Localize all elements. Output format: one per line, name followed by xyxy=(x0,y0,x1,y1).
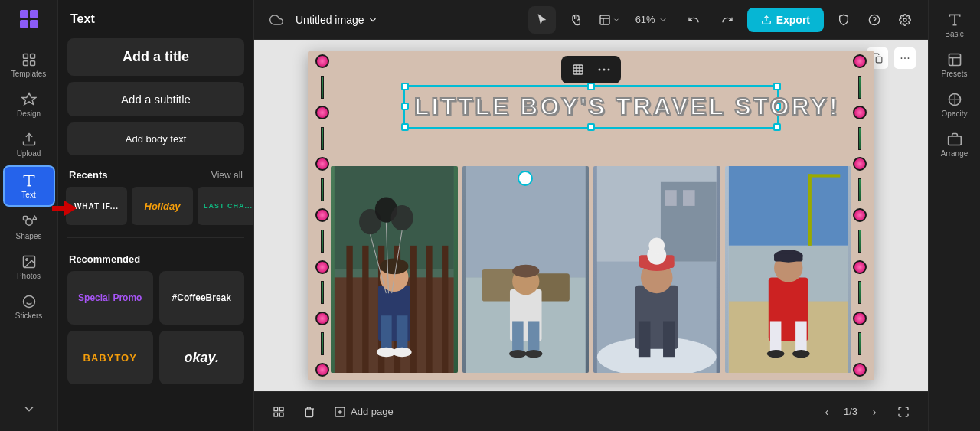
shield-button[interactable] xyxy=(830,6,858,34)
pointer-tool-button[interactable] xyxy=(528,6,556,34)
deco-dot xyxy=(853,157,867,171)
resize-handle-lm[interactable] xyxy=(401,103,409,110)
recents-row: WHAT IF... Holiday LAST CHA... xyxy=(58,187,253,233)
add-subtitle-button[interactable]: Add a subtitle xyxy=(67,82,244,116)
export-button[interactable]: Export xyxy=(747,8,824,32)
resize-handle-tl[interactable] xyxy=(401,83,409,90)
sidebar-item-stickers[interactable]: Stickers xyxy=(3,288,55,326)
recent-item-1[interactable]: Holiday xyxy=(132,187,193,225)
page-more-button[interactable]: ··· xyxy=(894,47,916,69)
deco-dot xyxy=(315,106,329,119)
prev-page-button[interactable]: ‹ xyxy=(816,401,838,423)
layout-button[interactable] xyxy=(596,6,623,34)
redo-icon xyxy=(721,14,733,26)
recommended-text-2: BABYTOY xyxy=(83,352,137,364)
resize-handle-bm[interactable] xyxy=(587,123,595,131)
resize-element-button[interactable] xyxy=(567,59,589,80)
sidebar-item-photos[interactable]: Photos xyxy=(3,248,55,286)
sidebar-item-shapes[interactable]: Shapes xyxy=(3,208,55,247)
recommended-item-3[interactable]: okay. xyxy=(159,331,245,384)
panel-title: Text xyxy=(58,0,253,35)
svg-point-28 xyxy=(608,68,610,70)
photo-cell-4[interactable] xyxy=(725,166,852,373)
svg-rect-82 xyxy=(808,174,811,245)
canvas-title-element[interactable]: ↻ LITTLE BOY'S TRAVEL STORY! xyxy=(403,85,779,129)
settings-button[interactable] xyxy=(891,6,919,34)
add-page-button[interactable]: Add page xyxy=(328,403,400,421)
deco-dot xyxy=(853,312,867,325)
right-panel-arrange[interactable]: Arrange xyxy=(932,126,978,164)
svg-point-63 xyxy=(524,349,542,357)
recent-text-0: WHAT IF... xyxy=(74,202,119,211)
zoom-control[interactable]: 61% xyxy=(629,11,674,28)
add-body-button[interactable]: Add body text xyxy=(67,122,244,155)
logo-button[interactable] xyxy=(14,6,44,37)
deco-dot xyxy=(315,208,329,222)
export-label: Export xyxy=(776,14,810,26)
sidebar-item-text[interactable]: Text xyxy=(3,165,55,207)
recents-label: Recents xyxy=(69,169,108,181)
svg-marker-13 xyxy=(33,217,37,220)
file-title[interactable]: Untitled image xyxy=(296,14,378,26)
resize-handle-tm[interactable] xyxy=(587,83,595,90)
recommended-item-2[interactable]: BABYTOY xyxy=(67,331,153,384)
svg-rect-12 xyxy=(23,217,27,220)
recent-text-1: Holiday xyxy=(145,201,181,212)
topbar: Untitled image 61% xyxy=(254,0,928,40)
svg-point-91 xyxy=(792,349,809,357)
deco-dot xyxy=(315,363,329,377)
sidebar-design-label: Design xyxy=(17,109,41,118)
view-all-link[interactable]: View all xyxy=(211,170,243,181)
hand-tool-button[interactable] xyxy=(562,6,590,34)
right-panel-presets[interactable]: Presets xyxy=(932,46,978,84)
photo-cell-1[interactable] xyxy=(331,166,458,373)
svg-rect-67 xyxy=(665,190,677,206)
help-button[interactable] xyxy=(861,6,888,34)
cloud-save-button[interactable] xyxy=(263,10,289,30)
recommended-label: Recommended xyxy=(69,253,140,265)
sidebar-collapse-btn[interactable] xyxy=(3,395,55,425)
text-icon xyxy=(21,173,37,188)
presets-label: Presets xyxy=(942,70,968,78)
photo-cell-2[interactable]: ↻ xyxy=(462,166,590,373)
redo-button[interactable] xyxy=(714,6,741,34)
undo-button[interactable] xyxy=(680,6,707,34)
fullscreen-button[interactable] xyxy=(891,400,916,424)
sidebar-item-design[interactable]: Design xyxy=(3,86,55,124)
svg-rect-1 xyxy=(30,10,38,18)
recommended-item-0[interactable]: Special Promo xyxy=(67,271,153,325)
resize-handle-br[interactable] xyxy=(773,123,781,131)
logo-icon xyxy=(18,8,40,34)
deco-line xyxy=(321,332,324,355)
delete-button[interactable] xyxy=(297,400,322,424)
next-page-button[interactable]: › xyxy=(864,401,885,423)
layout-dropdown-icon xyxy=(612,16,620,24)
divider xyxy=(67,237,244,238)
add-title-button[interactable]: Add a title xyxy=(67,38,244,76)
resize-handle-tr[interactable] xyxy=(773,83,781,90)
upload-icon xyxy=(21,132,37,147)
deco-dot xyxy=(853,54,867,68)
resize-handle-bl[interactable] xyxy=(401,123,409,131)
photo-cell-3[interactable] xyxy=(593,166,720,373)
undo-icon xyxy=(688,14,700,26)
svg-point-26 xyxy=(599,68,601,70)
deco-line xyxy=(858,76,861,99)
basic-label: Basic xyxy=(945,30,963,38)
right-panel-basic[interactable]: Basic xyxy=(932,6,978,44)
recommended-item-1[interactable]: #CoffeeBreak xyxy=(159,271,245,325)
right-panel-opacity[interactable]: Opacity xyxy=(932,86,978,124)
templates-icon xyxy=(21,52,37,67)
photo-grid: ↻ xyxy=(331,166,851,373)
prev-icon: ‹ xyxy=(825,406,829,418)
recent-item-2[interactable]: LAST CHA... xyxy=(198,187,254,225)
recent-item-0[interactable]: WHAT IF... xyxy=(66,187,127,225)
sidebar-item-upload[interactable]: Upload xyxy=(3,126,55,164)
deco-dot xyxy=(315,54,329,68)
layout-icon xyxy=(599,14,611,26)
more-options-button[interactable] xyxy=(593,59,615,80)
add-page-icon xyxy=(334,406,346,418)
sidebar-item-templates[interactable]: Templates xyxy=(3,46,55,84)
zoom-dropdown-icon xyxy=(658,15,668,24)
grid-view-button[interactable] xyxy=(266,400,291,424)
